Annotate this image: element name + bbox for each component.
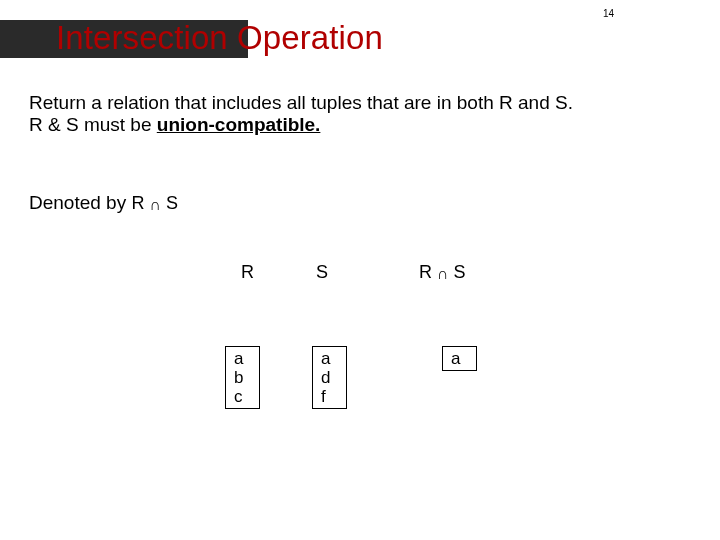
denoted-prefix: Denoted by bbox=[29, 192, 131, 213]
table-row: a bbox=[321, 349, 330, 368]
intersection-icon: ∩ bbox=[149, 196, 161, 213]
body-line-1: Return a relation that includes all tupl… bbox=[29, 92, 691, 114]
body-text: Return a relation that includes all tupl… bbox=[29, 92, 691, 137]
relation-table-S: a d f bbox=[312, 346, 347, 409]
label-RS-right: S bbox=[449, 262, 466, 282]
slide-title: Intersection Operation bbox=[56, 19, 383, 57]
table-row: c bbox=[234, 387, 243, 406]
expr-left: R bbox=[131, 193, 149, 213]
table-row: a bbox=[451, 349, 460, 368]
page-number: 14 bbox=[603, 8, 614, 19]
denoted-expression: R ∩ S bbox=[131, 193, 178, 213]
intersection-icon: ∩ bbox=[437, 265, 449, 282]
table-row: d bbox=[321, 368, 330, 387]
relation-table-R: a b c bbox=[225, 346, 260, 409]
label-R: R bbox=[241, 262, 254, 283]
label-R-intersect-S: R ∩ S bbox=[419, 262, 466, 283]
table-row: a bbox=[234, 349, 243, 368]
label-S: S bbox=[316, 262, 328, 283]
expr-right: S bbox=[161, 193, 178, 213]
denoted-by-line: Denoted by R ∩ S bbox=[29, 192, 178, 214]
body-line-2: R & S must be union-compatible. bbox=[29, 114, 691, 136]
union-compatible-term: union-compatible. bbox=[157, 114, 321, 135]
body-line-2-prefix: R & S must be bbox=[29, 114, 157, 135]
relation-table-R-intersect-S: a bbox=[442, 346, 477, 371]
label-RS-left: R bbox=[419, 262, 437, 282]
table-row: b bbox=[234, 368, 243, 387]
table-row: f bbox=[321, 387, 330, 406]
